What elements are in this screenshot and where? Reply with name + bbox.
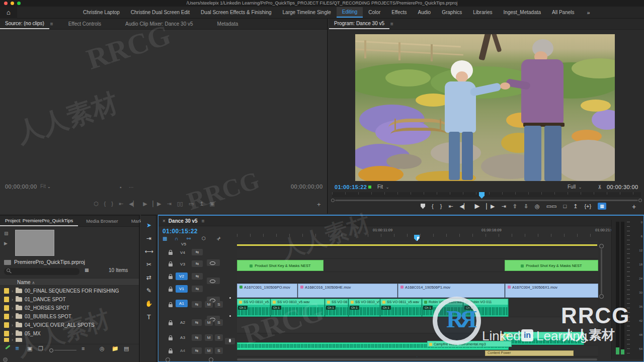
toggle-track-output-icon[interactable] <box>207 278 220 284</box>
timeline-playhead-timecode[interactable]: 01:00:15:22 <box>163 228 198 235</box>
export-frame-icon[interactable]: ◎ <box>535 203 540 209</box>
track-lock-icon[interactable] <box>169 289 173 292</box>
workspace-tab-ingest-metadata[interactable]: Ingest_Metadata <box>498 8 547 17</box>
panel-menu-icon[interactable]: ≡ <box>390 21 393 27</box>
track-lock-icon[interactable] <box>169 276 173 279</box>
timeline-clip-audio-4[interactable]: SS VO 0810_v5.w Ch 1 <box>349 299 380 317</box>
tab-metadata[interactable]: Metadata <box>212 20 244 29</box>
twirl-icon[interactable]: › <box>12 306 13 311</box>
twirl-icon[interactable]: › <box>12 331 13 336</box>
track-lock-icon[interactable] <box>169 304 173 307</box>
ripple-edit-tool[interactable]: ⟷ <box>141 246 157 257</box>
panel-menu-icon[interactable]: ≡ <box>50 21 53 27</box>
play-icon[interactable]: ▶ <box>143 201 147 207</box>
lift-icon[interactable]: ⇧ <box>513 203 517 209</box>
v-scrollbar[interactable] <box>601 249 602 294</box>
header-scroll-right-handle[interactable] <box>209 357 213 362</box>
pen-tool[interactable]: ✎ <box>141 285 157 296</box>
tab-audio-clip-mixer[interactable]: Audio Clip Mixer: Dance 30 v5 <box>120 20 198 29</box>
list-header-row[interactable]: Name ∧ <box>0 278 139 286</box>
slip-tool[interactable]: ⇄ <box>141 272 157 283</box>
v5-adjustment-clip[interactable] <box>237 244 597 246</box>
add-marker-icon[interactable]: ⬡ <box>94 201 99 207</box>
track-lock-icon[interactable] <box>169 337 173 340</box>
razor-tool[interactable]: ✂ <box>141 259 157 270</box>
sync-lock-icon[interactable]: ⇆ <box>192 347 202 354</box>
timeline-clip-nest-1[interactable]: Product Shot Key & Masks NEST <box>237 260 324 271</box>
go-to-out-icon[interactable]: ⇥ <box>501 203 506 209</box>
workspace-tab-christine-dual-screen-edit[interactable]: Christine Dual Screen Edit <box>125 8 195 17</box>
sync-lock-icon[interactable]: ⇆ <box>192 301 202 308</box>
twirl-icon[interactable]: › <box>12 314 13 319</box>
workspace-tab-libraries[interactable]: Libraries <box>467 8 498 17</box>
sync-lock-icon[interactable]: ⇆ <box>192 249 203 255</box>
insert-as-nest-icon[interactable]: ▩ <box>163 236 167 241</box>
mark-in-icon[interactable]: { <box>432 203 434 209</box>
header-scroll-left-handle[interactable] <box>166 357 170 362</box>
export-icon[interactable]: ↥ <box>199 201 204 207</box>
mark-out-icon[interactable]: } <box>111 201 113 207</box>
lane-a2[interactable] <box>237 317 598 333</box>
add-marker-icon[interactable] <box>421 204 425 209</box>
tab-effect-controls[interactable]: Effect Controls <box>63 20 106 29</box>
step-back-icon[interactable]: ◀▏ <box>129 201 137 207</box>
track-lock-icon[interactable] <box>169 263 173 266</box>
step-forward-icon[interactable]: ▏▶ <box>487 203 495 209</box>
timeline-clip-video-3[interactable]: A168C014_190506P1.mov <box>398 284 505 298</box>
workspace-tab-large-timeline-single[interactable]: Large Timeline Single <box>277 8 337 17</box>
solo-button[interactable]: S <box>215 334 223 341</box>
timeline-clip-audio-1[interactable]: SS VO 0810_v5.wav Ch 1 <box>237 299 271 317</box>
sync-lock-icon[interactable]: ⇆ <box>192 334 202 341</box>
freeform-view-icon[interactable]: ❐ <box>38 345 43 352</box>
timeline-clip-audio-a3[interactable]: Sensationally 1 <box>504 332 584 345</box>
tab-media-browser[interactable]: Media Browser <box>81 217 123 226</box>
new-item-icon[interactable]: ▤ <box>124 345 129 352</box>
linked-selection-icon[interactable]: ⚯ <box>187 236 191 241</box>
source-zoom-select[interactable]: Fit ⌄ <box>40 184 51 189</box>
label-color-chip[interactable] <box>4 314 9 319</box>
mute-button[interactable]: M <box>205 319 213 326</box>
v-scroll-bottom-handle[interactable] <box>599 294 604 299</box>
timeline-clip-music-label[interactable]: Campfire Waltz Instrumental.mp3 <box>427 341 512 347</box>
bin-row-bubbles-spot[interactable]: ›03_BUBBLES SPOT <box>0 312 140 321</box>
timeline-clip-nest-2[interactable]: Product Shot Key & Masks NEST <box>505 260 598 271</box>
lane-v2[interactable] <box>237 272 598 283</box>
insert-icon[interactable]: ▯▯ <box>177 201 183 207</box>
bin-row-final-sequences[interactable]: ›00_FINAL SEQUENCES FOR FINISHING <box>0 287 140 295</box>
hand-tool[interactable]: ✋ <box>141 298 157 309</box>
timeline-clip-audio-6[interactable]: Robin VO 011120.wav Ch 1 <box>422 299 463 317</box>
solo-button[interactable]: S <box>215 347 223 354</box>
v-scroll-top-handle[interactable] <box>599 244 604 248</box>
source-drag-handle-icon[interactable]: ⋯ <box>129 185 134 190</box>
home-icon[interactable]: ⌂ <box>0 7 17 19</box>
workspace-tab-all-panels[interactable]: All Panels <box>546 8 580 17</box>
bin-row-mx[interactable]: ›05_MX <box>0 329 140 338</box>
panel-menu-icon[interactable]: ≡ <box>202 218 205 224</box>
workspace-tab-graphics[interactable]: Graphics <box>436 8 467 17</box>
sync-lock-icon[interactable]: ⇆ <box>192 319 202 326</box>
timeline-clip-video-1[interactable]: A167C001_190506PO.mov <box>237 284 297 298</box>
go-to-out-icon[interactable]: ⇥ <box>167 201 172 207</box>
timeline-clip-audio-2[interactable]: SS VO 0810_v5.wav Ch 1 <box>271 299 325 317</box>
timeline-clip-audio-7[interactable]: Robin VO 011 Ch 1 <box>463 299 509 317</box>
close-tab-icon[interactable]: × <box>163 218 166 224</box>
tab-project[interactable]: Project: PremierePro_QuickTips <box>0 216 78 226</box>
go-to-in-icon[interactable]: ⇤ <box>119 201 123 207</box>
twirl-icon[interactable]: › <box>12 323 13 328</box>
zoom-slider-handle[interactable] <box>49 348 53 352</box>
go-to-in-icon[interactable]: ⇤ <box>448 203 453 209</box>
comparison-view-active-icon[interactable]: ▦ <box>598 203 606 210</box>
mark-out-icon[interactable]: } <box>440 203 442 209</box>
project-search-input[interactable] <box>4 268 79 275</box>
multicam-icon[interactable]: ▭▭ <box>546 203 557 209</box>
snap-icon[interactable]: ∩ <box>175 236 178 241</box>
program-add-button[interactable]: + <box>632 203 636 211</box>
list-view-icon[interactable]: ≣ <box>15 345 19 351</box>
sort-icon[interactable]: ≡ <box>82 345 85 351</box>
workspace-tab-christine-laptop[interactable]: Christine Laptop <box>77 8 125 17</box>
tab-source[interactable]: Source: (no clips) <box>0 19 49 29</box>
mute-button[interactable]: M <box>205 301 213 308</box>
program-scrollbar[interactable] <box>331 198 642 202</box>
timeline-clip-audio-5[interactable]: SS VO 0811_v5.wav Ch 1 <box>380 299 422 317</box>
bin-row-voice-over[interactable]: ›04_VOICE OVER_ALL SPOTS <box>0 321 140 329</box>
